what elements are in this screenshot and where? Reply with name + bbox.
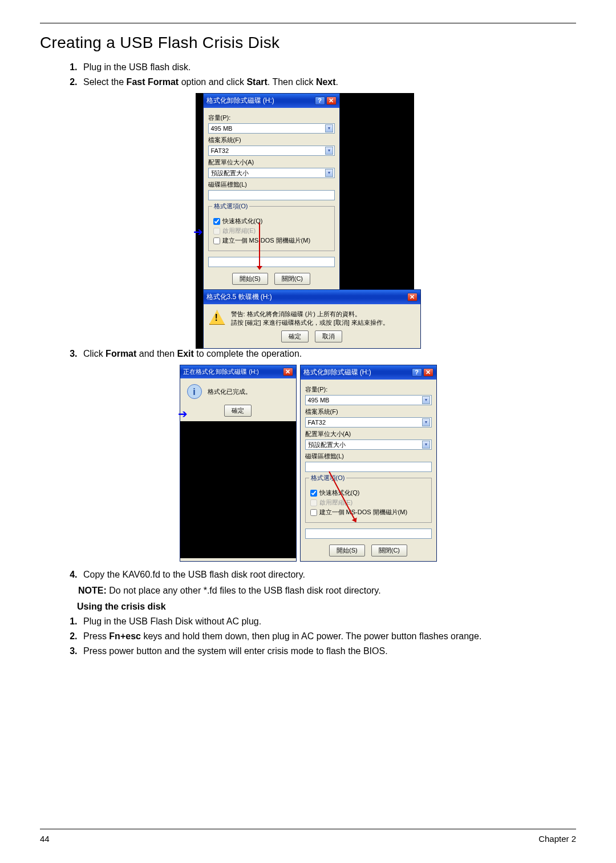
black-left-strip — [196, 93, 203, 349]
chevron-down-icon: ▾ — [325, 169, 333, 177]
warning-icon — [209, 310, 225, 325]
step-4: Copy the KAV60.fd to the USB flash disk … — [80, 570, 576, 580]
msdos-checkbox[interactable] — [213, 237, 220, 244]
warning-line1: 警告: 格式化將會消除磁碟 (片) 上所有的資料。 — [231, 310, 389, 318]
compress-checkbox — [213, 228, 220, 235]
compress-label: 啟用壓縮(E) — [222, 227, 256, 235]
complete-msg: 格式化已完成。 — [208, 388, 252, 396]
page-number: 44 — [40, 834, 50, 844]
info-icon: i — [187, 384, 202, 399]
note-text: Do not place any other *.fd files to the… — [107, 586, 381, 595]
capacity-label: 容量(P): — [208, 114, 335, 122]
close-btn2[interactable]: 關閉(C) — [274, 273, 310, 285]
step-1: Plug in the USB flash disk. — [80, 62, 576, 72]
steps-group-a2: Click Format and then Exit to complete t… — [40, 349, 576, 359]
quick-format-checkbox[interactable] — [213, 218, 220, 225]
chapter-label: Chapter 2 — [538, 834, 576, 844]
chevron-down-icon: ▾ — [422, 441, 430, 449]
complete-close-button[interactable]: ✕ — [283, 368, 293, 376]
options-legend: 格式選項(O) — [212, 202, 250, 211]
d2-fs-select[interactable]: FAT32▾ — [305, 417, 432, 428]
note-label: NOTE: — [78, 586, 107, 595]
capacity-select[interactable]: 495 MB▾ — [208, 123, 335, 134]
d2-compress-checkbox — [310, 499, 317, 506]
help-button-2[interactable]: ? — [412, 368, 422, 377]
d2-format-options: 格式選項(O) 快速格式化(Q) 啟用壓縮(E) 建立一個 MS-DOS 開機磁… — [305, 478, 432, 523]
complete-title: 正在格式化 卸除式磁碟 (H:) — [183, 368, 259, 376]
quick-format-label: 快速格式化(Q) — [222, 217, 263, 225]
format-dialog-1: 格式化卸除式磁碟 (H:) ? ✕ 容量(P): 495 MB▾ 檔案系統(F)… — [203, 93, 340, 290]
d2-alloc-label: 配置單位大小(A) — [305, 430, 432, 438]
d2-msdos-label: 建立一個 MS-DOS 開機磁片(M) — [319, 508, 408, 517]
d2-start-button[interactable]: 開始(S) — [329, 545, 365, 556]
warning-cancel-button[interactable]: 取消 — [315, 330, 342, 342]
d2-msdos-checkbox[interactable] — [310, 509, 317, 516]
black-bottom-pad — [180, 421, 296, 558]
format-dialog-1-title: 格式化卸除式磁碟 (H:) — [206, 96, 274, 106]
step-3: Click Format and then Exit to complete t… — [80, 349, 576, 359]
step-4-text: Copy the KAV60.fd to the USB flash disk … — [83, 570, 305, 579]
vol-label: 磁碟區標籤(L) — [208, 180, 335, 189]
progress-bar — [208, 257, 335, 267]
warning-dialog: 格式化3.5 軟碟機 (H:) ✕ 警告: 格式化將會消除磁碟 (片) 上所有的… — [203, 289, 421, 349]
chevron-down-icon: ▾ — [325, 124, 333, 132]
chevron-down-icon: ▾ — [325, 147, 333, 155]
b-step-3: Press power button and the system will e… — [80, 646, 576, 656]
d2-capacity-select[interactable]: 495 MB▾ — [305, 395, 432, 405]
alloc-label: 配置單位大小(A) — [208, 158, 335, 167]
b-step-3-text: Press power button and the system will e… — [83, 646, 388, 656]
alloc-select[interactable]: 預設配置大小▾ — [208, 168, 335, 178]
d2-quick-checkbox[interactable] — [310, 490, 317, 497]
d2-capacity-label: 容量(P): — [305, 385, 432, 394]
b-step-1-text: Plug in the USB Flash Disk without AC pl… — [83, 616, 261, 626]
format-dialog-2: 格式化卸除式磁碟 (H:) ? ✕ 容量(P): 495 MB▾ 檔案系統(F)… — [300, 365, 437, 562]
b-step-2: Press Fn+esc keys and hold them down, th… — [80, 631, 576, 642]
warning-titlebar: 格式化3.5 軟碟機 (H:) ✕ — [204, 290, 420, 304]
d2-progress — [305, 529, 432, 539]
d2-options-legend: 格式選項(O) — [309, 474, 347, 482]
complete-dialog: 正在格式化 卸除式磁碟 (H:) ✕ i 格式化已完成。 確定 ➔ — [180, 365, 297, 562]
start-button[interactable]: 開始(S) — [232, 273, 268, 285]
b-step-1: Plug in the USB Flash Disk without AC pl… — [80, 616, 576, 627]
fs-label: 檔案系統(F) — [208, 136, 335, 144]
close-button[interactable]: ✕ — [326, 96, 337, 105]
fs-select[interactable]: FAT32▾ — [208, 146, 335, 156]
format-dialog-2-titlebar: 格式化卸除式磁碟 (H:) ? ✕ — [301, 365, 436, 380]
red-arrow-1 — [259, 223, 260, 269]
steps-group-b: Plug in the USB Flash Disk without AC pl… — [40, 616, 576, 656]
d2-alloc-select[interactable]: 預設配置大小▾ — [305, 439, 432, 450]
steps-group-a3: Copy the KAV60.fd to the USB flash disk … — [40, 570, 576, 580]
black-right-pad — [340, 93, 414, 290]
format-dialog-2-title: 格式化卸除式磁碟 (H:) — [303, 368, 371, 377]
d2-vol-label: 磁碟區標籤(L) — [305, 452, 432, 461]
chevron-down-icon: ▾ — [422, 396, 430, 404]
page-footer: 44 Chapter 2 — [40, 829, 576, 844]
close-button-2[interactable]: ✕ — [423, 368, 433, 377]
warning-line2: 請按 [確定] 來進行磁碟格式化，或按 [取消] 來結束操作。 — [231, 318, 389, 327]
note-line: NOTE: Do not place any other *.fd files … — [54, 586, 576, 596]
subheading: Using the crisis disk — [54, 602, 576, 612]
steps-group-a: Plug in the USB flash disk. Select the F… — [40, 62, 576, 87]
warning-close-button[interactable]: ✕ — [407, 293, 418, 301]
format-options-group: 格式選項(O) 快速格式化(Q) 啟用壓縮(E) 建立一個 MS-DOS 開機磁… — [208, 206, 335, 251]
step-2: Select the Fast Format option and click … — [80, 77, 576, 87]
msdos-label: 建立一個 MS-DOS 開機磁片(M) — [222, 236, 311, 245]
page-title: Creating a USB Flash Crisis Disk — [40, 34, 576, 52]
d2-vol-input[interactable] — [305, 462, 432, 472]
complete-titlebar: 正在格式化 卸除式磁碟 (H:) ✕ — [180, 365, 296, 378]
help-button[interactable]: ? — [315, 96, 325, 105]
complete-ok-button[interactable]: 確定 — [224, 405, 252, 417]
format-dialog-1-titlebar: 格式化卸除式磁碟 (H:) ? ✕ — [204, 94, 339, 108]
chevron-down-icon: ▾ — [422, 418, 430, 426]
step-1-text: Plug in the USB flash disk. — [83, 62, 191, 72]
d2-close-button[interactable]: 關閉(C) — [371, 545, 407, 556]
d2-fs-label: 檔案系統(F) — [305, 408, 432, 416]
warning-ok-button[interactable]: 確定 — [281, 330, 309, 342]
top-rule — [40, 23, 576, 23]
warning-title: 格式化3.5 軟碟機 (H:) — [206, 292, 272, 302]
vol-input[interactable] — [208, 190, 335, 200]
